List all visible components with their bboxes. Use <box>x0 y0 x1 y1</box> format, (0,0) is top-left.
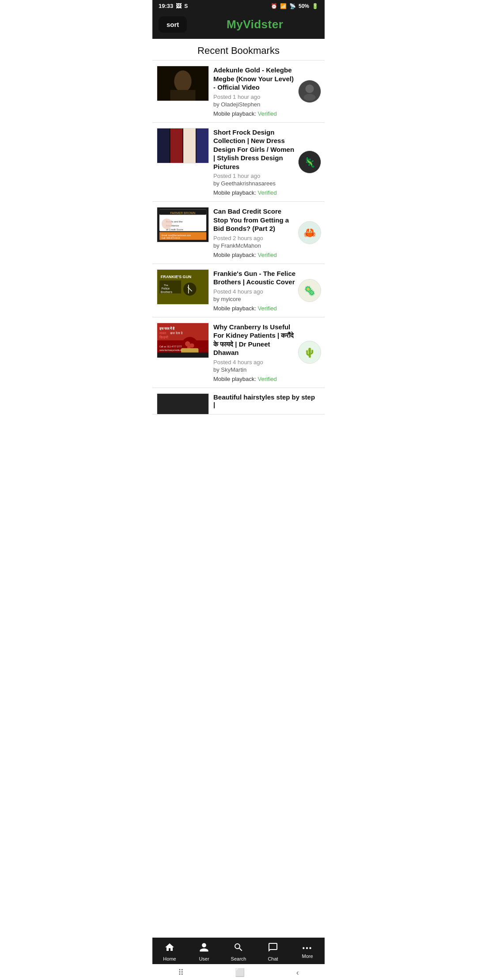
avatar: 🌵 <box>298 341 321 364</box>
svg-text:Brothers: Brothers <box>161 290 173 293</box>
alarm-icon: ⏰ <box>271 3 277 9</box>
avatar <box>298 80 321 103</box>
avatar: 🦠 <box>298 279 321 302</box>
list-item[interactable]: Short Frock Design Collection | New Dres… <box>152 123 325 202</box>
svg-text:Felice: Felice <box>162 286 170 290</box>
svg-text:🌵: 🌵 <box>304 347 316 358</box>
svg-text:🦠: 🦠 <box>304 285 316 296</box>
svg-text:किडनी: किडनी <box>159 335 168 339</box>
wifi-icon: 📶 <box>280 3 287 9</box>
svg-point-6 <box>304 94 316 101</box>
svg-text:Email: tom@farmerbrown.com: Email: tom@farmerbrown.com <box>162 234 191 237</box>
sort-button[interactable]: sort <box>159 16 187 33</box>
mobile-playback: Mobile playback: Verified <box>213 376 320 382</box>
svg-text:🦀: 🦀 <box>303 226 316 238</box>
thumbnail[interactable]: इस फल में है ताकत डाल देता है किडनी Call… <box>157 323 209 358</box>
bookmark-list: Adekunle Gold - Kelegbe Megbe (Know Your… <box>152 60 325 463</box>
svg-text:The: The <box>164 284 168 286</box>
battery-icon: 🔋 <box>312 3 318 9</box>
svg-rect-58 <box>157 393 208 415</box>
mobile-playback: Mobile playback: Verified <box>213 252 320 258</box>
top-bar: sort MyVidster <box>152 12 325 39</box>
svg-point-5 <box>305 84 314 93</box>
signal-icon: 📡 <box>289 3 296 9</box>
svg-rect-11 <box>196 128 208 163</box>
svg-text:Call us: 011-4777 2777: Call us: 011-4777 2777 <box>159 345 182 347</box>
thumbnail[interactable]: FARMER BROWN Bonds and the Importance of… <box>157 207 209 242</box>
list-item[interactable]: Beautiful hairstyles step by step | <box>152 388 325 415</box>
svg-text:डाल देता है: डाल देता है <box>170 331 183 335</box>
svg-text:ताकत: ताकत <box>159 332 167 335</box>
verified-badge: Verified <box>257 189 276 196</box>
avatar: 🦎 <box>298 151 321 173</box>
verified-badge: Verified <box>257 110 276 117</box>
list-item[interactable]: FRANKIE'S GUN The Felice Brothers Franki… <box>152 264 325 317</box>
battery-label: 50% <box>299 3 309 9</box>
time: 19:33 <box>159 3 173 9</box>
mobile-playback: Mobile playback: Verified <box>213 189 320 196</box>
verified-badge: Verified <box>257 376 276 382</box>
item-by: by OladejiStephen <box>213 101 320 108</box>
svg-rect-8 <box>157 128 170 163</box>
item-title: Beautiful hairstyles step by step | <box>213 393 320 408</box>
item-info: Beautiful hairstyles step by step | <box>213 393 320 408</box>
thumbnail[interactable] <box>157 66 209 101</box>
photo-icon: 🖼 <box>176 3 182 9</box>
svg-text:FARMER BROWN: FARMER BROWN <box>170 211 196 215</box>
item-by: by FrankMcMahon <box>213 242 320 249</box>
svg-text:🦎: 🦎 <box>304 156 316 168</box>
svg-text:FRANKIE'S GUN: FRANKIE'S GUN <box>161 275 191 279</box>
shazam-icon: S <box>184 3 188 9</box>
item-posted: Posted 1 hour ago <box>213 173 320 179</box>
avatar: 🦀 <box>298 221 321 244</box>
mobile-playback: Mobile playback: Verified <box>213 305 320 312</box>
item-by: by SkyMartin <box>213 366 320 373</box>
thumbnail[interactable]: FRANKIE'S GUN The Felice Brothers <box>157 269 209 305</box>
list-item[interactable]: FARMER BROWN Bonds and the Importance of… <box>152 202 325 264</box>
svg-rect-10 <box>183 128 196 163</box>
svg-rect-55 <box>157 352 208 358</box>
thumbnail[interactable] <box>157 393 209 415</box>
thumbnail[interactable] <box>157 128 209 163</box>
app-title: MyVidster <box>191 18 318 31</box>
svg-rect-9 <box>170 128 183 163</box>
mobile-playback: Mobile playback: Verified <box>213 110 320 117</box>
item-by: by Geethakrishnasarees <box>213 180 320 187</box>
status-bar: 19:33 🖼 S ⏰ 📶 📡 50% 🔋 <box>152 0 325 12</box>
page-title: Recent Bookmarks <box>152 39 325 60</box>
list-item[interactable]: इस फल में है ताकत डाल देता है किडनी Call… <box>152 317 325 388</box>
svg-point-27 <box>162 219 172 229</box>
verified-badge: Verified <box>257 252 276 258</box>
list-item[interactable]: Adekunle Gold - Kelegbe Megbe (Know Your… <box>152 60 325 123</box>
svg-text:www.karmaayurveda.in: www.karmaayurveda.in <box>159 349 182 351</box>
svg-text:इस फल में है: इस फल में है <box>159 326 175 331</box>
svg-rect-3 <box>157 66 208 101</box>
svg-text:Call: 888-973-0016: Call: 888-973-0016 <box>162 237 180 239</box>
verified-badge: Verified <box>257 305 276 312</box>
